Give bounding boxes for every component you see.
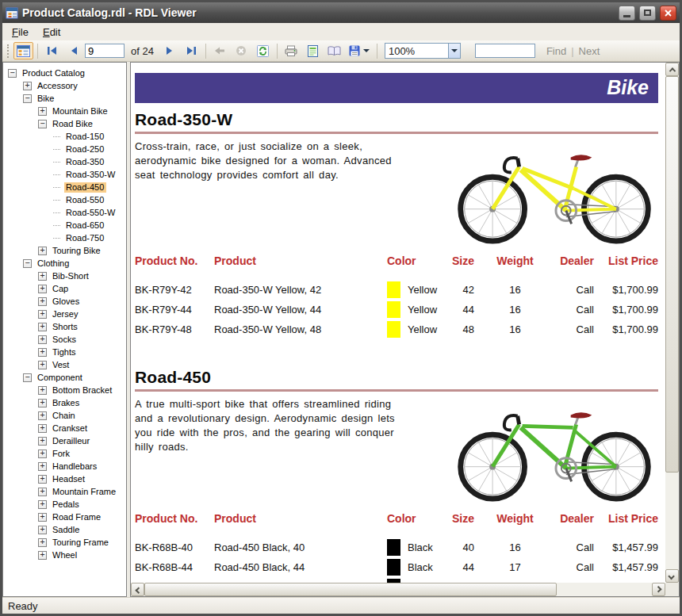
tree-item-label[interactable]: Clothing [36,258,71,269]
scroll-down-button[interactable] [665,569,679,583]
tree-item-label[interactable]: Tights [51,347,79,358]
expand-icon[interactable]: + [38,399,47,407]
tree-item-gloves[interactable]: +Gloves [3,295,126,308]
page-number-input[interactable] [85,44,125,58]
tree-item-road-550[interactable]: Road-550 [3,193,126,206]
tree-item-label[interactable]: Cap [51,284,71,294]
collapse-icon[interactable]: − [38,120,47,128]
tree-item-label[interactable]: Road-650 [64,220,106,231]
tree-item-pedals[interactable]: +Pedals [3,498,126,511]
expand-icon[interactable]: + [38,538,47,547]
tree-item-label[interactable]: Touring Frame [51,538,111,548]
tree-item-chain[interactable]: +Chain [3,409,126,422]
next-page-button[interactable] [160,42,180,59]
zoom-dropdown-button[interactable] [448,44,460,58]
tree-item-mountain-bike[interactable]: +Mountain Bike [3,105,126,117]
tree-item-saddle[interactable]: +Saddle [3,523,126,536]
refresh-button[interactable] [253,42,273,59]
vertical-scrollbar[interactable] [665,63,679,583]
tree-item-wheel[interactable]: +Wheel [3,549,126,561]
scroll-up-button[interactable] [665,63,679,76]
title-bar[interactable]: Product Catalog.rdl - RDL Viewer [2,2,680,23]
tree-item-label[interactable]: Mountain Bike [51,106,110,117]
collapse-icon[interactable]: − [23,373,32,382]
tree-item-road-350-w[interactable]: Road-350-W [3,168,126,181]
tree-item-label[interactable]: Fork [51,449,72,459]
tree-item-mountain-frame[interactable]: +Mountain Frame [3,485,126,498]
collapse-icon[interactable]: − [23,94,32,103]
tree-item-cap[interactable]: +Cap [3,282,126,295]
minimize-button[interactable] [619,6,635,21]
tree-item-label[interactable]: Road-350-W [64,170,117,180]
tree-item-label[interactable]: Road-750 [64,233,106,243]
expand-icon[interactable]: + [38,526,47,534]
expand-icon[interactable]: + [38,107,47,116]
collapse-icon[interactable]: − [8,69,17,78]
expand-icon[interactable]: + [38,551,47,560]
tree-item-label[interactable]: Road-550 [64,195,106,205]
tree-item-road-450[interactable]: Road-450 [3,181,126,193]
tree-item-label[interactable]: Road Bike [51,119,95,129]
tree-item-road-650[interactable]: Road-650 [3,219,126,231]
expand-icon[interactable]: + [38,475,47,484]
tree-item-label[interactable]: Road-250 [64,144,106,155]
tree-item-label[interactable]: Shorts [51,322,80,332]
expand-icon[interactable]: + [38,488,47,496]
tree-item-derailleur[interactable]: +Derailleur [3,434,126,447]
tree-item-label[interactable]: Product Catalog [21,68,87,78]
tree-item-label[interactable]: Mountain Frame [51,487,118,497]
tree-item-label[interactable]: Brakes [51,398,82,408]
expand-icon[interactable]: + [38,247,47,255]
expand-icon[interactable]: + [38,386,47,395]
last-page-button[interactable] [182,42,201,59]
tree-item-bike[interactable]: −Bike [3,92,126,105]
expand-icon[interactable]: + [38,462,47,471]
tree-item-touring-bike[interactable]: +Touring Bike [3,244,126,257]
tree-item-label[interactable]: Road Frame [51,512,103,522]
tree-item-socks[interactable]: +Socks [3,333,126,346]
tree-item-label[interactable]: Component [36,373,85,383]
document-map-toggle-button[interactable] [13,42,33,59]
tree-item-accessory[interactable]: +Accessory [3,79,126,92]
collapse-icon[interactable]: − [23,259,32,268]
stop-button[interactable] [232,42,251,59]
expand-icon[interactable]: + [38,450,47,458]
find-next-button[interactable]: Next [576,45,603,57]
tree-item-road-750[interactable]: Road-750 [3,231,126,244]
horizontal-scroll-thumb[interactable] [144,583,557,596]
tree-item-road-frame[interactable]: +Road Frame [3,511,126,523]
scroll-right-button[interactable] [652,583,665,596]
previous-page-button[interactable] [63,42,83,59]
print-button[interactable] [282,42,301,59]
tree-item-brakes[interactable]: +Brakes [3,396,126,409]
tree-item-headset[interactable]: +Headset [3,473,126,485]
export-button[interactable] [346,42,373,59]
tree-item-label[interactable]: Bike [36,94,56,104]
zoom-select[interactable]: 100% [385,43,461,59]
tree-item-label[interactable]: Gloves [51,297,82,307]
tree-item-label[interactable]: Road-450 [64,182,106,193]
expand-icon[interactable]: + [38,361,47,369]
tree-item-road-150[interactable]: Road-150 [3,130,126,143]
tree-item-label[interactable]: Bottom Bracket [51,385,114,396]
tree-item-label[interactable]: Crankset [51,423,90,434]
find-button[interactable]: Find [543,45,569,57]
tree-item-clothing[interactable]: −Clothing [3,257,126,270]
tree-item-label[interactable]: Touring Bike [51,246,103,256]
tree-item-touring-frame[interactable]: +Touring Frame [3,536,126,549]
tree-item-road-250[interactable]: Road-250 [3,143,126,155]
scroll-left-button[interactable] [131,583,144,596]
tree-item-road-550-w[interactable]: Road-550-W [3,206,126,219]
expand-icon[interactable]: + [38,285,47,293]
tree-item-label[interactable]: Road-350 [64,157,106,167]
menu-item-file[interactable]: File [5,25,36,40]
find-input[interactable] [475,44,535,58]
tree-item-label[interactable]: Accessory [36,81,80,91]
tree-item-label[interactable]: Chain [51,411,78,421]
toolbar-grip[interactable] [7,44,10,58]
tree-item-label[interactable]: Vest [51,360,71,370]
expand-icon[interactable]: + [38,513,47,522]
menu-item-edit[interactable]: Edit [36,25,67,40]
tree-item-bottom-bracket[interactable]: +Bottom Bracket [3,384,126,396]
tree-item-label[interactable]: Derailleur [51,436,92,446]
